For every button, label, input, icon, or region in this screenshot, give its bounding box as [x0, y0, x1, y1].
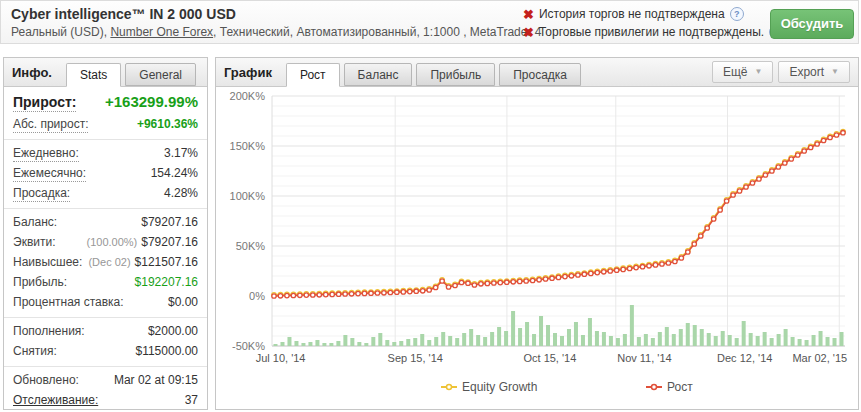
- stat-row: Ежемесячно:154.24%: [4, 164, 207, 184]
- broker-link[interactable]: Number One Forex: [110, 25, 213, 39]
- stat-label: Прирост:: [13, 94, 76, 112]
- svg-text:Equity Growth: Equity Growth: [462, 380, 537, 394]
- info-tabs: StatsGeneral: [66, 63, 200, 86]
- chevron-down-icon: ▼: [831, 68, 839, 76]
- growth-chart-svg: 200K%150K%100K%50K%0%-50K%Jul 10, '14Sep…: [216, 87, 856, 407]
- stat-row: Ежедневно:3.17%: [4, 144, 207, 164]
- stat-label: Эквити:: [13, 235, 56, 249]
- export-dropdown-label: Export: [789, 65, 824, 79]
- stat-value-note: (Dec 02): [88, 256, 130, 268]
- stat-label[interactable]: Отслеживание:: [13, 393, 98, 407]
- stat-value: 37: [185, 393, 198, 407]
- chart-panel-title: График: [224, 60, 272, 86]
- subtitle-suffix: , Технический, Автоматизированный, 1:100…: [213, 25, 541, 39]
- stat-row: Наивысшее:(Dec 02)$121507.16: [4, 253, 207, 273]
- svg-text:Mar 02, '15: Mar 02, '15: [792, 352, 847, 364]
- stat-value: $2000.00: [148, 324, 198, 338]
- stat-value-note: (100.00%): [87, 236, 138, 248]
- chart-tab-3[interactable]: Просадка: [499, 63, 581, 86]
- stat-row: Отслеживание:37: [4, 391, 207, 411]
- svg-text:Sep 15, '14: Sep 15, '14: [388, 352, 443, 364]
- account-subtitle: Реальный (USD), Number One Forex, Технич…: [11, 25, 541, 39]
- stat-value: 4.28%: [164, 186, 198, 200]
- divider: [4, 139, 207, 140]
- stat-label: Пополнения:: [13, 324, 85, 338]
- svg-text:Oct 15, '14: Oct 15, '14: [523, 352, 576, 364]
- more-dropdown-label: Ещё: [723, 65, 748, 79]
- chart-tab-0[interactable]: Рост: [286, 63, 340, 87]
- svg-text:Dec 12, '14: Dec 12, '14: [717, 352, 772, 364]
- svg-text:150K%: 150K%: [230, 140, 266, 152]
- stat-label: Баланс:: [13, 215, 57, 229]
- stat-row: Просадка:4.28%: [4, 184, 207, 204]
- help-icon[interactable]: ?: [730, 7, 744, 21]
- stat-label: Абс. прирост:: [13, 117, 88, 133]
- stat-row: Абс. прирост:+9610.36%: [4, 115, 207, 135]
- discuss-button[interactable]: Обсудить: [770, 9, 854, 39]
- stat-value: 3.17%: [164, 146, 198, 160]
- stat-value: $79207.16: [141, 215, 198, 229]
- verification-row: ✖ Торговые привилегии не подтверждены. ?: [523, 23, 783, 41]
- info-panel: Инфо. StatsGeneral Прирост:+163299.99%Аб…: [3, 57, 208, 410]
- divider: [4, 208, 207, 209]
- chart-header-buttons: Ещё▼ Export▼: [707, 61, 858, 83]
- verification-text: Торговые привилегии не подтверждены.: [539, 25, 764, 39]
- stat-value: $0.00: [168, 295, 198, 309]
- red-x-icon: ✖: [523, 26, 534, 39]
- stat-value: (100.00%)$79207.16: [87, 235, 199, 249]
- stat-label: Ежедневно:: [13, 146, 79, 162]
- stat-value: +9610.36%: [137, 117, 198, 131]
- growth-chart[interactable]: 200K%150K%100K%50K%0%-50K%Jul 10, '14Sep…: [216, 87, 858, 409]
- stat-row: Прирост:+163299.99%: [4, 91, 207, 115]
- stats-list: Прирост:+163299.99%Абс. прирост:+9610.36…: [4, 87, 207, 411]
- verification-text: История торгов не подтверждена: [539, 7, 725, 21]
- chevron-down-icon: ▼: [754, 68, 762, 76]
- legend-item[interactable]: Equity Growth: [441, 380, 537, 394]
- chart-tab-1[interactable]: Баланс: [344, 63, 413, 86]
- stat-label: Снятия:: [13, 344, 57, 358]
- info-panel-header: Инфо. StatsGeneral: [4, 58, 207, 87]
- stat-value: $115000.00: [135, 344, 198, 358]
- stat-value: $192207.16: [135, 275, 198, 289]
- stat-row: Снятия:$115000.00: [4, 342, 207, 362]
- svg-text:Рост: Рост: [667, 380, 693, 394]
- legend-item[interactable]: Рост: [646, 380, 693, 394]
- subtitle-prefix: Реальный (USD),: [11, 25, 110, 39]
- account-header: Cyber intelligence™ IN 2 000 USD Реальны…: [0, 0, 859, 44]
- divider: [4, 366, 207, 367]
- stat-label: Обновлено:: [13, 373, 79, 387]
- stat-value: (Dec 02)$121507.16: [88, 255, 198, 269]
- red-x-icon: ✖: [523, 8, 534, 21]
- svg-text:Jul 10, '14: Jul 10, '14: [256, 352, 306, 364]
- stat-row: Баланс:$79207.16: [4, 213, 207, 233]
- info-tab-1[interactable]: General: [125, 63, 196, 86]
- stat-row: Процентная ставка:$0.00: [4, 293, 207, 313]
- chart-tabs: РостБалансПрибыльПросадка: [286, 63, 585, 86]
- stat-value: Mar 02 at 09:15: [114, 373, 198, 387]
- svg-text:0%: 0%: [249, 290, 265, 302]
- stat-row: Прибыль:$192207.16: [4, 273, 207, 293]
- stat-label: Просадка:: [13, 186, 70, 202]
- divider: [4, 317, 207, 318]
- verification-block: ✖ История торгов не подтверждена ? ✖ Тор…: [523, 5, 783, 41]
- stat-row: Эквити:(100.00%)$79207.16: [4, 233, 207, 253]
- stat-row: Пополнения:$2000.00: [4, 322, 207, 342]
- svg-text:100K%: 100K%: [230, 190, 266, 202]
- stat-label: Прибыль:: [13, 275, 67, 289]
- stat-label: Процентная ставка:: [13, 295, 124, 309]
- stat-value: 154.24%: [151, 166, 198, 180]
- svg-text:-50K%: -50K%: [232, 340, 265, 352]
- export-dropdown[interactable]: Export▼: [778, 61, 850, 83]
- account-title: Cyber intelligence™ IN 2 000 USD: [11, 6, 236, 22]
- svg-text:200K%: 200K%: [230, 90, 266, 102]
- info-tab-0[interactable]: Stats: [66, 63, 121, 87]
- chart-tab-2[interactable]: Прибыль: [416, 63, 495, 86]
- chart-panel-header: График РостБалансПрибыльПросадка Ещё▼ Ex…: [216, 58, 858, 87]
- verification-row: ✖ История торгов не подтверждена ?: [523, 5, 783, 23]
- svg-text:50K%: 50K%: [236, 240, 266, 252]
- stat-value: +163299.99%: [105, 93, 198, 110]
- svg-text:Nov 11, '14: Nov 11, '14: [617, 352, 671, 364]
- more-dropdown[interactable]: Ещё▼: [712, 61, 773, 83]
- stat-label: Наивысшее:: [13, 255, 82, 269]
- stat-row: Обновлено:Mar 02 at 09:15: [4, 371, 207, 391]
